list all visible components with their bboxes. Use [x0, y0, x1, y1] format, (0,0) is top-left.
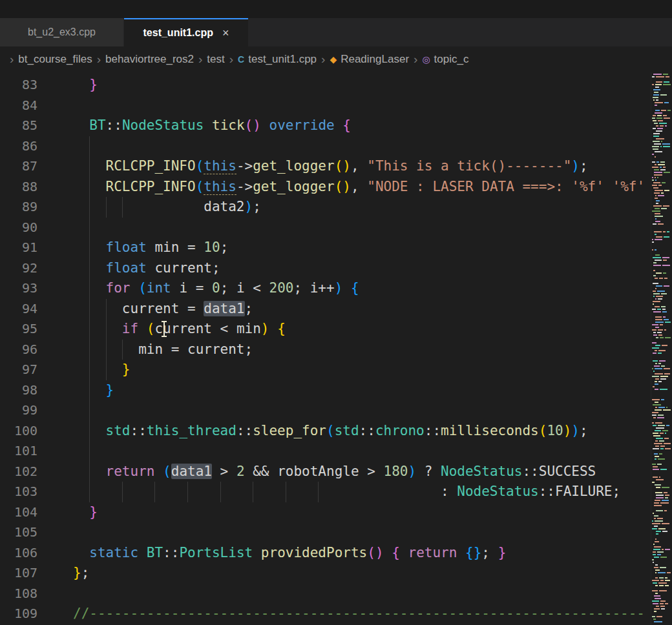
line-number: 85 [0, 116, 37, 136]
code-text [73, 96, 672, 116]
chevron-right-icon: › [321, 52, 325, 67]
indent-guide [106, 299, 107, 320]
mouse-ibeam-cursor [163, 322, 165, 336]
code-line[interactable]: 108 [0, 584, 672, 604]
code-line[interactable]: 88 RCLCPP_INFO(this->get_logger(), "NODE… [0, 177, 672, 198]
code-line[interactable]: 89 data2); [0, 197, 672, 218]
code-line[interactable]: 99 [0, 400, 672, 421]
code-line[interactable]: 105 [0, 522, 672, 543]
line-number: 84 [0, 96, 37, 116]
indent-guide [89, 380, 90, 401]
cpp-file-icon: C [238, 54, 244, 65]
breadcrumb-item-test-unit1-cpp[interactable]: test_unit1.cpp [248, 53, 317, 66]
code-line[interactable]: 90 [0, 218, 672, 238]
line-number: 103 [0, 482, 37, 502]
breadcrumb-item-readinglaser[interactable]: ReadingLaser [341, 53, 409, 66]
code-text: BT::NodeStatus tick() override { [73, 116, 672, 136]
code-area[interactable]: 83 }8485 BT::NodeStatus tick() override … [0, 72, 672, 624]
code-line[interactable]: 106 static BT::PortsList providedPorts()… [0, 543, 672, 564]
indent-guide [89, 462, 90, 482]
code-text: } [73, 502, 672, 523]
code-text: //--------------------------------------… [73, 604, 672, 624]
code-line[interactable]: 100 std::this_thread::sleep_for(std::chr… [0, 421, 672, 442]
indent-guide [89, 421, 90, 442]
code-line[interactable]: 107}; [0, 563, 672, 584]
code-line[interactable]: 95 if (current < min) { [0, 319, 672, 340]
chevron-right-icon: › [414, 52, 417, 67]
indent-guide [122, 482, 123, 502]
indent-guide [106, 340, 107, 360]
indent-guide [253, 482, 253, 502]
code-text: RCLCPP_INFO(this->get_logger(), "This is… [73, 156, 672, 177]
code-text: std::this_thread::sleep_for(std::chrono:… [73, 421, 672, 442]
code-line[interactable]: 102 return (data1 > 2 && robotAngle > 18… [0, 462, 672, 482]
indent-guide [89, 156, 90, 177]
breadcrumb: › bt_course_files › behaviortree_ros2 › … [0, 46, 672, 72]
code-text: float current; [73, 258, 672, 279]
code-line[interactable]: 94 current = data1; [0, 299, 672, 320]
close-icon[interactable]: × [222, 27, 229, 39]
indent-guide [318, 482, 319, 502]
code-line[interactable]: 103 : NodeStatus::FAILURE; [0, 482, 672, 502]
breadcrumb-item-behaviortree-ros2[interactable]: behaviortree_ros2 [105, 53, 194, 66]
code-text: return (data1 > 2 && robotAngle > 180) ?… [73, 462, 672, 482]
code-line[interactable]: 87 RCLCPP_INFO(this->get_logger(), "This… [0, 156, 672, 177]
indent-guide [220, 482, 221, 502]
line-number: 90 [0, 218, 37, 238]
code-text [73, 218, 672, 238]
code-line[interactable]: 85 BT::NodeStatus tick() override { [0, 116, 672, 136]
tab-bar: bt_u2_ex3.cpp test_unit1.cpp × [0, 18, 672, 46]
indent-guide [106, 197, 107, 218]
line-number: 93 [0, 278, 37, 299]
indent-guide [286, 482, 286, 502]
code-text: for (int i = 0; i < 200; i++) { [73, 278, 672, 299]
code-line[interactable]: 83 } [0, 75, 672, 96]
code-line[interactable]: 96 min = current; [0, 340, 672, 360]
line-number: 91 [0, 238, 37, 258]
code-text [73, 584, 672, 604]
tab-bt-u2-ex3[interactable]: bt_u2_ex3.cpp [0, 18, 124, 46]
code-text [73, 522, 672, 543]
indent-guide [89, 340, 90, 360]
code-line[interactable]: 101 [0, 441, 672, 462]
indent-guide [106, 360, 107, 380]
breadcrumb-item-topic[interactable]: topic_c [434, 53, 469, 66]
chevron-right-icon: › [198, 52, 202, 67]
indent-guide [122, 197, 123, 218]
code-line[interactable]: 93 for (int i = 0; i < 200; i++) { [0, 278, 672, 299]
indent-guide [106, 319, 107, 340]
code-line[interactable]: 91 float min = 10; [0, 238, 672, 258]
chevron-right-icon: › [97, 52, 101, 67]
code-text: min = current; [73, 340, 672, 360]
indent-guide [89, 319, 90, 340]
line-number: 87 [0, 156, 37, 177]
line-number: 108 [0, 584, 37, 604]
code-line[interactable]: 104 } [0, 502, 672, 523]
code-line[interactable]: 92 float current; [0, 258, 672, 279]
code-line[interactable]: 109//-----------------------------------… [0, 604, 672, 624]
indent-guide [89, 278, 90, 299]
minimap[interactable] [651, 72, 672, 625]
tab-test-unit1[interactable]: test_unit1.cpp × [124, 18, 248, 46]
code-text [73, 400, 672, 421]
indent-guide [89, 360, 90, 380]
code-line[interactable]: 98 } [0, 380, 672, 401]
code-text: } [73, 360, 672, 380]
indent-guide [89, 482, 90, 502]
code-line[interactable]: 97 } [0, 360, 672, 380]
line-number: 107 [0, 563, 37, 584]
code-text [73, 136, 672, 157]
indent-guide [89, 218, 90, 238]
window-titlebar [0, 0, 672, 18]
line-number: 102 [0, 462, 37, 482]
breadcrumb-item-bt-course-files[interactable]: bt_course_files [18, 53, 92, 66]
indent-guide [89, 400, 90, 421]
line-number: 101 [0, 441, 37, 462]
line-number: 100 [0, 421, 37, 442]
class-symbol-icon: ◆ [330, 54, 337, 65]
breadcrumb-item-test[interactable]: test [207, 53, 224, 66]
code-text: : NodeStatus::FAILURE; [73, 482, 672, 502]
code-line[interactable]: 84 [0, 96, 672, 116]
indent-guide [89, 177, 90, 198]
code-line[interactable]: 86 [0, 136, 672, 157]
